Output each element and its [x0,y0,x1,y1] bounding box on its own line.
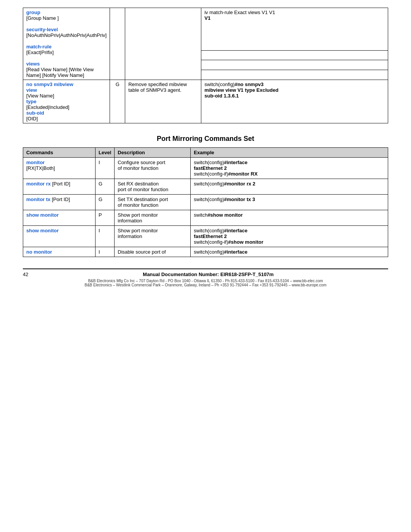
snmp-suboid-label: sub-oid [26,110,44,116]
snmp-example-v1: V1 [204,15,210,21]
page-number: 42 [23,272,28,277]
header-commands: Commands [23,148,96,158]
mirror-example-monitor: switch(config)#interface fastEthernet 2 … [191,158,388,179]
table-row: show monitor I Show port monitorinformat… [23,226,388,247]
mirror-cmd-showmonitor-i: show monitor [23,226,96,247]
table-row: monitor rx [Port ID] G Set RX destinatio… [23,179,388,195]
mirror-cmd-monitorrx: monitor rx [Port ID] [23,179,96,195]
mirror-example-nomonitor: switch(config)#interface [191,247,388,257]
table-row: monitor tx [Port ID] G Set TX destinatio… [23,195,388,210]
mirror-desc-monitorrx: Set RX destinationport of monitor functi… [115,179,191,195]
footer-addr1: B&B Electronics Mfg Co Inc – 707 Dayton … [23,279,388,283]
snmp-cmd-group: group [Group Name ] security-level [NoAu… [23,8,110,80]
snmp-example-empty2 [201,60,388,70]
snmp-type-label: type [26,99,37,104]
mirror-example-monitorrx: switch(config)#monitor rx 2 [191,179,388,195]
table-row: no monitor I Disable source port of swit… [23,247,388,257]
mirror-cmd-monitortx: monitor tx [Port ID] [23,195,96,210]
snmp-example-empty1 [201,50,388,60]
snmp-example-label: iv match-rule Exact views V1 V1 [204,10,275,15]
snmp-example-prefix: switch(config)#no snmpv3 [204,81,263,87]
snmp-views-sub: [Read View Name] [Write View Name] [Noti… [26,67,94,78]
monitortx-portid: [Port ID] [51,197,70,202]
mirror-level-nomonitor: I [96,247,115,257]
mirror-desc-nomonitor: Disable source port of [115,247,191,257]
snmp-example-mibview: mibview view V1 type Excluded [204,87,278,93]
table-row: monitor [RX|TX|Both] I Configure source … [23,158,388,179]
mirror-example-showmonitor-i: switch(config)#interface fastEthernet 2 … [191,226,388,247]
snmp-example-empty3 [201,70,388,80]
doc-number: Manual Documentation Number: EIR618-2SFP… [23,272,388,277]
mirror-level-showmonitor-p: P [96,210,115,226]
snmp-matchrule-sub: [Exact|Prifix] [26,50,54,55]
snmp-cmd-nosnmpv3: no snmpv3 mibview view [View Name] type … [23,80,110,123]
snmp-desc-nosnmpv3: Remove specified mibview table of SNMPV3… [125,80,201,123]
snmp-cmd-label: group [26,10,40,15]
section-title: Port Mirroring Commands Set [23,135,388,143]
mirror-table: Commands Level Description Example monit… [23,147,388,257]
mirror-desc-showmonitor-p: Show port monitorinformation [115,210,191,226]
mirror-cmd-showmonitor-p: show monitor [23,210,96,226]
snmp-level-group [110,8,125,80]
snmp-example-group: iv match-rule Exact views V1 V1 V1 [201,8,388,51]
mirror-cmd-monitor: monitor [RX|TX|Both] [23,158,96,179]
mirror-level-monitor: I [96,158,115,179]
mirror-cmd-nomonitor: no monitor [23,247,96,257]
snmp-type-sub: [Excluded|Included] [26,104,69,110]
monitor-sub: [RX|TX|Both] [26,165,55,171]
snmp-view-sub: [View Name] [26,93,54,99]
monitorrx-portid: [Port ID] [51,181,70,187]
footer: 42 Manual Documentation Number: EIR618-2… [23,268,388,287]
mirror-desc-monitortx: Set TX destination portof monitor functi… [115,195,191,210]
table-row-snmpv3: no snmpv3 mibview view [View Name] type … [23,80,388,123]
header-description: Description [115,148,191,158]
snmp-example-suboid: sub-oid 1.3.6.1 [204,93,239,99]
snmp-matchrule-label: match-rule [26,44,51,50]
monitortx-label: monitor tx [26,197,51,202]
header-level: Level [96,148,115,158]
snmp-views-label: views [26,61,40,67]
footer-addr2: B&B Electronics – Westlink Commercial Pa… [23,283,388,287]
table-row: group [Group Name ] security-level [NoAu… [23,8,388,51]
snmp-nosnmpv3-label: no snmpv3 mibview [26,81,73,87]
snmp-desc-group [125,8,201,80]
monitorrx-label: monitor rx [26,181,51,187]
showmonitor-p-label: show monitor [26,212,59,218]
snmp-table: group [Group Name ] security-level [NoAu… [23,8,388,123]
mirror-desc-showmonitor-i: Show port monitorinformation [115,226,191,247]
monitor-label: monitor [26,160,45,165]
mirror-level-showmonitor-i: I [96,226,115,247]
header-example: Example [191,148,388,158]
showmonitor-i-label: show monitor [26,228,59,233]
snmp-security-label: security-level [26,27,58,32]
table-row: show monitor P Show port monitorinformat… [23,210,388,226]
mirror-example-monitortx: switch(config)#monitor tx 3 [191,195,388,210]
mirror-header-row: Commands Level Description Example [23,148,388,158]
nomonitor-label: no monitor [26,249,52,255]
mirror-level-monitorrx: G [96,179,115,195]
snmp-cmd-sub: [Group Name ] [26,15,59,21]
mirror-level-monitortx: G [96,195,115,210]
snmp-level-nosnmpv3: G [110,80,125,123]
snmp-suboid-sub: [OID] [26,116,38,121]
snmp-example-nosnmpv3: switch(config)#no snmpv3 mibview view V1… [201,80,388,123]
mirror-example-showmonitor-p: switch#show monitor [191,210,388,226]
snmp-view-label: view [26,87,37,93]
snmp-security-sub: [NoAuthNoPriv|AuthNoPriv|AuthPriv] [26,32,107,38]
mirror-desc-monitor: Configure source portof monitor function [115,158,191,179]
